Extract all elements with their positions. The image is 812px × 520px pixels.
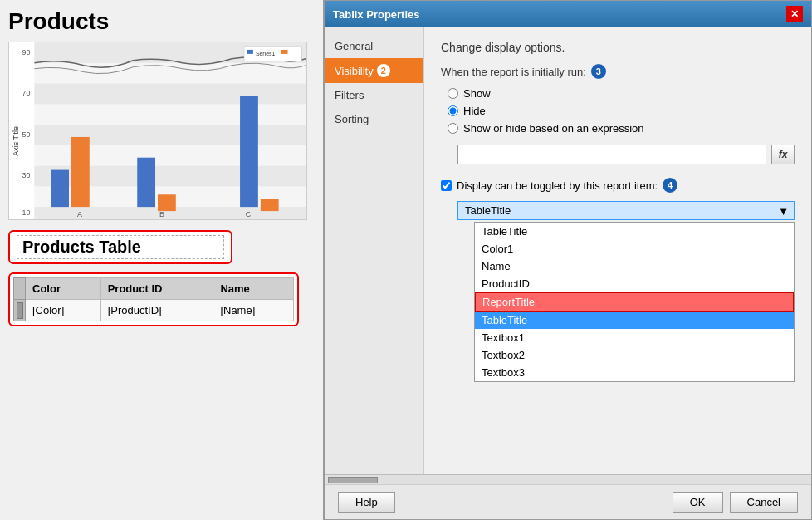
data-table-wrapper: Color Product ID Name [Color] [ProductID… xyxy=(8,272,299,326)
svg-text:90: 90 xyxy=(22,48,31,56)
nav-item-visibility[interactable]: Visibility 2 xyxy=(325,58,423,83)
dialog-titlebar: Tablix Properties ✕ xyxy=(325,1,811,27)
nav-filters-label: Filters xyxy=(335,89,364,101)
radio-hide: Hide xyxy=(448,105,795,117)
expression-input[interactable] xyxy=(457,145,766,164)
radio-expression: Show or hide based on an expression xyxy=(448,122,795,135)
svg-rect-14 xyxy=(137,158,155,207)
col-header-productid: Product ID xyxy=(100,278,213,300)
dropdown-item-name[interactable]: Name xyxy=(475,258,794,275)
row-handle-header xyxy=(14,278,26,300)
svg-rect-12 xyxy=(51,170,69,208)
dropdown-container: TableTitle ▼ TableTitle Color1 Name Prod… xyxy=(457,201,795,382)
nav-general-label: General xyxy=(335,40,373,52)
dropdown-item-tabletitle-2[interactable]: TableTitle xyxy=(475,312,794,329)
chart-container: 90 70 50 30 10 Axis Title A B C xyxy=(8,42,307,220)
col-header-color: Color xyxy=(26,278,101,300)
dropdown-item-textbox2[interactable]: Textbox2 xyxy=(475,346,794,364)
svg-rect-13 xyxy=(71,137,90,207)
dropdown-selected[interactable]: TableTitle ▼ xyxy=(457,201,795,220)
fx-button[interactable]: fx xyxy=(771,145,795,164)
dialog-title: Tablix Properties xyxy=(333,8,420,21)
svg-rect-22 xyxy=(247,50,253,54)
radio-group: Show Hide Show or hide based on an expre… xyxy=(448,87,795,135)
nav-visibility-label: Visibility xyxy=(335,65,374,77)
cell-name: [Name] xyxy=(213,300,294,321)
visibility-badge: 3 xyxy=(591,64,606,79)
col-header-name: Name xyxy=(213,278,294,300)
cell-productid: [ProductID] xyxy=(100,300,213,321)
products-table-label-wrapper: Products Table xyxy=(8,230,232,264)
radio-expression-label: Show or hide based on an expression xyxy=(463,122,644,135)
toggle-badge: 4 xyxy=(663,178,677,193)
svg-text:A: A xyxy=(77,210,82,218)
svg-text:30: 30 xyxy=(22,171,31,179)
nav-sorting-label: Sorting xyxy=(335,113,369,125)
svg-rect-15 xyxy=(158,194,176,211)
tablix-properties-dialog: Tablix Properties ✕ General Visibility 2… xyxy=(324,0,812,520)
svg-rect-16 xyxy=(240,96,258,207)
ok-button[interactable]: OK xyxy=(673,492,723,513)
dialog-close-button[interactable]: ✕ xyxy=(786,6,803,22)
radio-hide-input[interactable] xyxy=(448,105,458,116)
visibility-label-text: When the report is initially run: xyxy=(441,66,586,78)
dialog-footer: Help OK Cancel xyxy=(325,484,811,519)
svg-text:10: 10 xyxy=(22,208,31,217)
radio-show-input[interactable] xyxy=(448,88,458,99)
row-handle-cell xyxy=(14,300,26,321)
svg-text:C: C xyxy=(246,210,252,218)
svg-rect-2 xyxy=(34,84,306,105)
table-row: [Color] [ProductID] [Name] xyxy=(14,300,294,321)
radio-expression-input[interactable] xyxy=(448,123,458,134)
products-table-label: Products Table xyxy=(17,235,224,259)
toggle-checkbox[interactable] xyxy=(441,180,452,191)
cell-color: [Color] xyxy=(26,300,101,321)
svg-text:70: 70 xyxy=(22,89,31,97)
dialog-body: General Visibility 2 Filters Sorting Cha… xyxy=(325,27,811,474)
dropdown-item-productid[interactable]: ProductID xyxy=(475,275,794,292)
dialog-nav: General Visibility 2 Filters Sorting xyxy=(325,27,424,474)
radio-show-label: Show xyxy=(463,87,491,100)
section-title: Change display options. xyxy=(441,41,795,54)
scrollbar-thumb[interactable] xyxy=(328,477,378,483)
nav-visibility-badge: 2 xyxy=(377,64,390,77)
help-button[interactable]: Help xyxy=(338,492,395,513)
dropdown-chevron-icon: ▼ xyxy=(778,204,789,217)
svg-text:Series1: Series1 xyxy=(256,51,276,56)
svg-rect-17 xyxy=(261,199,279,211)
scrollbar-hint xyxy=(325,474,811,484)
footer-right: OK Cancel xyxy=(673,492,798,513)
cancel-button[interactable]: Cancel xyxy=(730,492,798,513)
svg-text:B: B xyxy=(159,210,164,218)
radio-show: Show xyxy=(448,87,795,100)
svg-text:50: 50 xyxy=(22,130,31,139)
dropdown-item-reporttitle[interactable]: ReportTitle xyxy=(475,292,794,312)
dropdown-value: TableTitle xyxy=(465,204,511,217)
dropdown-list: TableTitle Color1 Name ProductID ReportT… xyxy=(474,222,795,382)
nav-item-filters[interactable]: Filters xyxy=(325,83,423,107)
dropdown-item-textbox3[interactable]: Textbox3 xyxy=(475,364,794,381)
svg-rect-24 xyxy=(281,50,288,54)
dropdown-item-tabletitle-1[interactable]: TableTitle xyxy=(475,223,794,240)
report-title: Products xyxy=(8,8,315,35)
nav-item-general[interactable]: General xyxy=(325,34,423,58)
dialog-content: Change display options. When the report … xyxy=(424,27,811,474)
dropdown-item-color1[interactable]: Color1 xyxy=(475,240,794,258)
toggle-label: Display can be toggled by this report it… xyxy=(457,179,658,192)
expression-row: fx xyxy=(457,145,795,164)
nav-item-sorting[interactable]: Sorting xyxy=(325,107,423,131)
visibility-label: When the report is initially run: 3 xyxy=(441,64,795,79)
report-designer: Products 90 70 50 30 10 Axis Title xyxy=(0,0,324,520)
radio-hide-label: Hide xyxy=(463,105,486,117)
data-table: Color Product ID Name [Color] [ProductID… xyxy=(13,277,294,321)
toggle-checkbox-row: Display can be toggled by this report it… xyxy=(441,178,795,193)
dropdown-item-textbox1[interactable]: Textbox1 xyxy=(475,329,794,346)
svg-text:Axis Title: Axis Title xyxy=(12,126,20,156)
